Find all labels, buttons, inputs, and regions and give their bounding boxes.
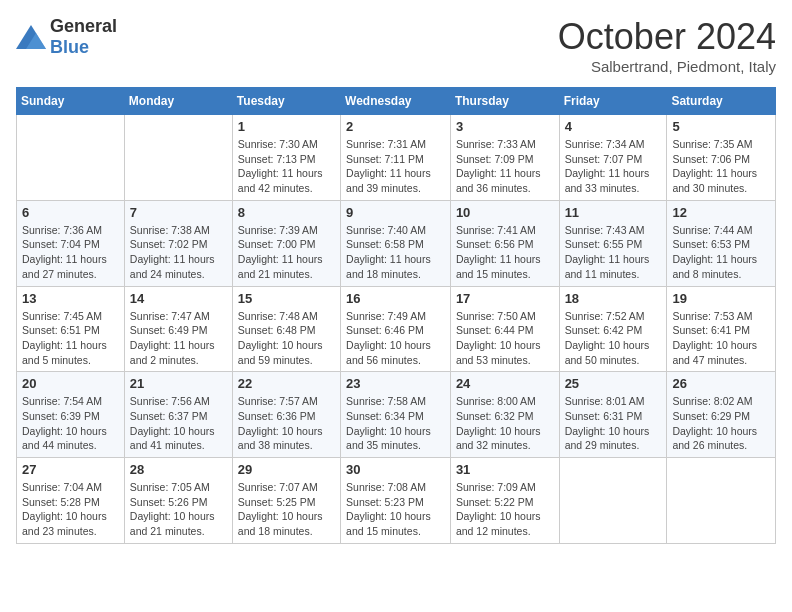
cell-info: Sunrise: 7:53 AMSunset: 6:41 PMDaylight:…	[672, 309, 770, 368]
day-number: 29	[238, 462, 335, 477]
cell-info: Sunrise: 7:54 AMSunset: 6:39 PMDaylight:…	[22, 394, 119, 453]
calendar-cell: 11Sunrise: 7:43 AMSunset: 6:55 PMDayligh…	[559, 200, 667, 286]
calendar-cell: 10Sunrise: 7:41 AMSunset: 6:56 PMDayligh…	[450, 200, 559, 286]
calendar-cell: 22Sunrise: 7:57 AMSunset: 6:36 PMDayligh…	[232, 372, 340, 458]
calendar-cell: 15Sunrise: 7:48 AMSunset: 6:48 PMDayligh…	[232, 286, 340, 372]
weekday-header-cell: Monday	[124, 88, 232, 115]
calendar-cell	[667, 458, 776, 544]
calendar-cell: 4Sunrise: 7:34 AMSunset: 7:07 PMDaylight…	[559, 115, 667, 201]
cell-info: Sunrise: 7:43 AMSunset: 6:55 PMDaylight:…	[565, 223, 662, 282]
cell-info: Sunrise: 7:58 AMSunset: 6:34 PMDaylight:…	[346, 394, 445, 453]
calendar-cell	[124, 115, 232, 201]
calendar-cell: 6Sunrise: 7:36 AMSunset: 7:04 PMDaylight…	[17, 200, 125, 286]
day-number: 22	[238, 376, 335, 391]
cell-info: Sunrise: 7:36 AMSunset: 7:04 PMDaylight:…	[22, 223, 119, 282]
day-number: 19	[672, 291, 770, 306]
cell-info: Sunrise: 7:45 AMSunset: 6:51 PMDaylight:…	[22, 309, 119, 368]
calendar-cell: 17Sunrise: 7:50 AMSunset: 6:44 PMDayligh…	[450, 286, 559, 372]
location-text: Salbertrand, Piedmont, Italy	[558, 58, 776, 75]
calendar-cell	[559, 458, 667, 544]
calendar-cell: 27Sunrise: 7:04 AMSunset: 5:28 PMDayligh…	[17, 458, 125, 544]
calendar-cell: 23Sunrise: 7:58 AMSunset: 6:34 PMDayligh…	[341, 372, 451, 458]
cell-info: Sunrise: 7:08 AMSunset: 5:23 PMDaylight:…	[346, 480, 445, 539]
day-number: 5	[672, 119, 770, 134]
day-number: 20	[22, 376, 119, 391]
day-number: 7	[130, 205, 227, 220]
day-number: 16	[346, 291, 445, 306]
day-number: 17	[456, 291, 554, 306]
cell-info: Sunrise: 7:49 AMSunset: 6:46 PMDaylight:…	[346, 309, 445, 368]
weekday-header-cell: Thursday	[450, 88, 559, 115]
cell-info: Sunrise: 7:35 AMSunset: 7:06 PMDaylight:…	[672, 137, 770, 196]
calendar-cell: 7Sunrise: 7:38 AMSunset: 7:02 PMDaylight…	[124, 200, 232, 286]
weekday-header-cell: Sunday	[17, 88, 125, 115]
day-number: 30	[346, 462, 445, 477]
calendar-cell: 24Sunrise: 8:00 AMSunset: 6:32 PMDayligh…	[450, 372, 559, 458]
cell-info: Sunrise: 7:30 AMSunset: 7:13 PMDaylight:…	[238, 137, 335, 196]
cell-info: Sunrise: 7:09 AMSunset: 5:22 PMDaylight:…	[456, 480, 554, 539]
calendar-body: 1Sunrise: 7:30 AMSunset: 7:13 PMDaylight…	[17, 115, 776, 544]
calendar-cell: 1Sunrise: 7:30 AMSunset: 7:13 PMDaylight…	[232, 115, 340, 201]
cell-info: Sunrise: 7:38 AMSunset: 7:02 PMDaylight:…	[130, 223, 227, 282]
day-number: 24	[456, 376, 554, 391]
calendar-cell: 16Sunrise: 7:49 AMSunset: 6:46 PMDayligh…	[341, 286, 451, 372]
cell-info: Sunrise: 7:40 AMSunset: 6:58 PMDaylight:…	[346, 223, 445, 282]
calendar-cell: 3Sunrise: 7:33 AMSunset: 7:09 PMDaylight…	[450, 115, 559, 201]
cell-info: Sunrise: 7:34 AMSunset: 7:07 PMDaylight:…	[565, 137, 662, 196]
logo: General Blue	[16, 16, 117, 58]
day-number: 3	[456, 119, 554, 134]
calendar-cell: 12Sunrise: 7:44 AMSunset: 6:53 PMDayligh…	[667, 200, 776, 286]
cell-info: Sunrise: 7:39 AMSunset: 7:00 PMDaylight:…	[238, 223, 335, 282]
day-number: 31	[456, 462, 554, 477]
cell-info: Sunrise: 7:07 AMSunset: 5:25 PMDaylight:…	[238, 480, 335, 539]
calendar-week-row: 20Sunrise: 7:54 AMSunset: 6:39 PMDayligh…	[17, 372, 776, 458]
day-number: 12	[672, 205, 770, 220]
cell-info: Sunrise: 7:48 AMSunset: 6:48 PMDaylight:…	[238, 309, 335, 368]
logo-general-text: General	[50, 16, 117, 36]
weekday-header-cell: Friday	[559, 88, 667, 115]
day-number: 13	[22, 291, 119, 306]
calendar-cell: 26Sunrise: 8:02 AMSunset: 6:29 PMDayligh…	[667, 372, 776, 458]
cell-info: Sunrise: 7:52 AMSunset: 6:42 PMDaylight:…	[565, 309, 662, 368]
weekday-header-cell: Tuesday	[232, 88, 340, 115]
cell-info: Sunrise: 8:02 AMSunset: 6:29 PMDaylight:…	[672, 394, 770, 453]
cell-info: Sunrise: 7:50 AMSunset: 6:44 PMDaylight:…	[456, 309, 554, 368]
calendar-cell: 5Sunrise: 7:35 AMSunset: 7:06 PMDaylight…	[667, 115, 776, 201]
calendar-cell: 31Sunrise: 7:09 AMSunset: 5:22 PMDayligh…	[450, 458, 559, 544]
calendar-cell: 9Sunrise: 7:40 AMSunset: 6:58 PMDaylight…	[341, 200, 451, 286]
calendar-week-row: 1Sunrise: 7:30 AMSunset: 7:13 PMDaylight…	[17, 115, 776, 201]
calendar-cell: 30Sunrise: 7:08 AMSunset: 5:23 PMDayligh…	[341, 458, 451, 544]
calendar-cell: 19Sunrise: 7:53 AMSunset: 6:41 PMDayligh…	[667, 286, 776, 372]
calendar-week-row: 27Sunrise: 7:04 AMSunset: 5:28 PMDayligh…	[17, 458, 776, 544]
calendar-cell: 28Sunrise: 7:05 AMSunset: 5:26 PMDayligh…	[124, 458, 232, 544]
day-number: 27	[22, 462, 119, 477]
calendar-cell: 21Sunrise: 7:56 AMSunset: 6:37 PMDayligh…	[124, 372, 232, 458]
cell-info: Sunrise: 8:00 AMSunset: 6:32 PMDaylight:…	[456, 394, 554, 453]
weekday-header-cell: Wednesday	[341, 88, 451, 115]
day-number: 11	[565, 205, 662, 220]
cell-info: Sunrise: 7:44 AMSunset: 6:53 PMDaylight:…	[672, 223, 770, 282]
calendar-cell: 25Sunrise: 8:01 AMSunset: 6:31 PMDayligh…	[559, 372, 667, 458]
calendar-cell: 2Sunrise: 7:31 AMSunset: 7:11 PMDaylight…	[341, 115, 451, 201]
weekday-header-row: SundayMondayTuesdayWednesdayThursdayFrid…	[17, 88, 776, 115]
month-title: October 2024	[558, 16, 776, 58]
day-number: 26	[672, 376, 770, 391]
calendar-cell: 18Sunrise: 7:52 AMSunset: 6:42 PMDayligh…	[559, 286, 667, 372]
cell-info: Sunrise: 7:31 AMSunset: 7:11 PMDaylight:…	[346, 137, 445, 196]
cell-info: Sunrise: 8:01 AMSunset: 6:31 PMDaylight:…	[565, 394, 662, 453]
cell-info: Sunrise: 7:57 AMSunset: 6:36 PMDaylight:…	[238, 394, 335, 453]
day-number: 10	[456, 205, 554, 220]
day-number: 2	[346, 119, 445, 134]
calendar-cell: 13Sunrise: 7:45 AMSunset: 6:51 PMDayligh…	[17, 286, 125, 372]
calendar-cell: 8Sunrise: 7:39 AMSunset: 7:00 PMDaylight…	[232, 200, 340, 286]
day-number: 6	[22, 205, 119, 220]
page-header: General Blue October 2024 Salbertrand, P…	[16, 16, 776, 75]
logo-blue-text: Blue	[50, 37, 89, 57]
day-number: 4	[565, 119, 662, 134]
cell-info: Sunrise: 7:04 AMSunset: 5:28 PMDaylight:…	[22, 480, 119, 539]
day-number: 28	[130, 462, 227, 477]
weekday-header-cell: Saturday	[667, 88, 776, 115]
day-number: 14	[130, 291, 227, 306]
day-number: 18	[565, 291, 662, 306]
day-number: 25	[565, 376, 662, 391]
